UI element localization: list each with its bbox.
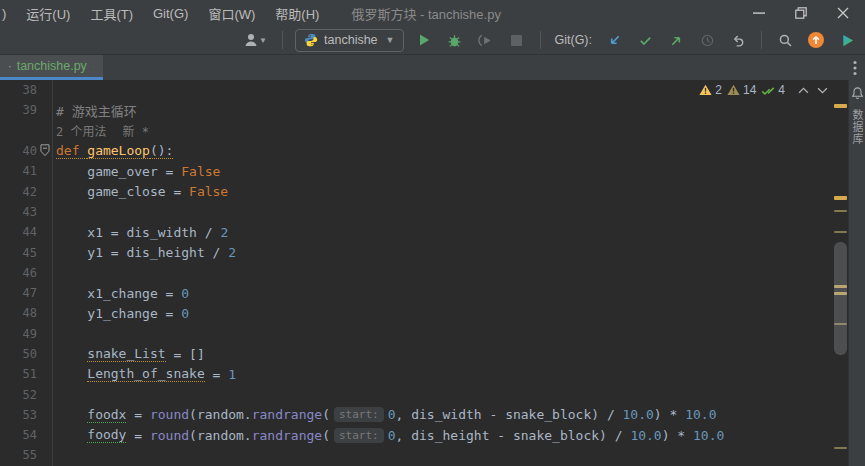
stripe-warning-mark[interactable] [834,104,847,108]
gutter-line-number[interactable]: 49 [0,324,52,344]
code-token: random. [197,407,252,422]
stripe-warning-mark[interactable] [834,210,847,212]
code-token: ) * [662,428,693,443]
debug-button[interactable] [444,29,466,51]
code-token: round [150,407,189,422]
fold-marker-icon[interactable] [40,144,50,157]
stripe-warning-mark[interactable] [834,231,847,233]
code-token: 10.0 [623,407,654,422]
gutter-line-number[interactable]: 52 [0,384,52,404]
menu-item[interactable]: 工具(T) [80,4,143,23]
code-token: 0 [388,428,396,443]
next-issue-icon[interactable] [817,87,828,94]
prev-issue-icon[interactable] [798,87,809,94]
usages-hint[interactable]: 2 个用法 [56,122,106,139]
code-token: y1_change = [56,306,181,321]
warning-icon [699,84,712,96]
gutter-line-number[interactable]: 45 [0,242,52,262]
gutter-line-number[interactable]: 42 [0,181,52,201]
restore-button[interactable] [793,5,809,21]
tab-options-icon[interactable] [853,55,857,80]
tab-tanchishe[interactable]: tanchishe.py [0,55,103,80]
run-configuration-select[interactable]: tanchishe ▼ [295,29,403,52]
chevron-down-icon: ▼ [386,35,395,45]
parameter-hint: start: [334,407,384,422]
rollback-icon[interactable] [727,29,749,51]
code-line [56,263,848,283]
gutter-line-number[interactable]: 50 [0,344,52,364]
update-available-icon[interactable] [805,29,827,51]
code-token: ) * [654,407,685,422]
gutter-line-number[interactable]: 54 [0,425,52,445]
gutter-line-number[interactable]: 43 [0,202,52,222]
run-button[interactable] [413,29,435,51]
weak-warning-icon [727,84,740,96]
menu-item[interactable]: 运行(U) [16,4,80,23]
code-token: = [126,407,149,422]
close-icon[interactable] [835,5,851,21]
typos-indicator[interactable]: 4 [761,83,785,97]
warnings-indicator[interactable]: 2 [699,83,722,97]
author-hint[interactable]: 新 * [122,122,148,139]
code-token [56,428,87,443]
search-everywhere-icon[interactable] [774,29,796,51]
code-token: y1 = dis_height / [56,245,228,260]
right-toolwindow-bar: 数据库 [848,80,865,466]
code-token: gameLoop [87,143,150,159]
menu-bar: 运行(U)工具(T)Git(G)窗口(W)帮助(H) [16,4,329,23]
menu-item[interactable]: 帮助(H) [265,4,329,23]
gutter-line-number[interactable]: 46 [0,263,52,283]
gutter-line-number[interactable]: 51 [0,364,52,384]
gutter-line-number[interactable]: 53 [0,405,52,425]
code-token: 10.0 [685,407,716,422]
typo-icon [761,85,775,96]
stripe-warning-mark[interactable] [834,196,847,200]
code-line: game_close = False [56,181,848,201]
menu-item[interactable]: Git(G) [143,6,198,21]
minimize-button[interactable] [751,5,767,21]
code-editor[interactable]: 383940414243444546474849505152535455 # 游… [0,80,848,466]
scrollbar-thumb[interactable] [834,242,847,355]
gutter-line-number[interactable] [0,121,52,141]
gutter-line-number[interactable]: 38 [0,80,52,100]
run-anything-icon[interactable] [836,29,858,51]
code-token: random. [197,428,252,443]
run-with-coverage-button[interactable] [475,29,497,51]
editor-gutter[interactable]: 383940414243444546474849505152535455 [0,80,53,466]
code-token: ( [189,407,197,422]
error-stripe-scrollbar[interactable] [833,80,848,466]
gutter-line-number[interactable]: 44 [0,222,52,242]
git-commit-icon[interactable] [634,29,656,51]
menu-item-partial[interactable]: ) [2,6,6,21]
gutter-line-number[interactable]: 48 [0,303,52,323]
code-area[interactable]: # 游戏主循环2 个用法新 *def gameLoop(): game_over… [53,80,848,466]
code-token: ( [189,428,197,443]
stop-button[interactable] [506,29,528,51]
code-token: ( [322,428,330,443]
tab-close-icon[interactable] [93,62,94,71]
code-token: 0 [181,306,189,321]
history-clock-icon[interactable] [696,29,718,51]
code-line [56,445,848,465]
code-line [56,202,848,222]
code-token: 10.0 [693,428,724,443]
code-token: x1 = dis_width / [56,225,220,240]
code-line: y1 = dis_height / 2 [56,242,848,262]
menu-item[interactable]: 窗口(W) [198,4,265,23]
code-line: def gameLoop(): [56,141,848,161]
gutter-line-number[interactable]: 41 [0,161,52,181]
git-push-icon[interactable] [665,29,687,51]
gutter-line-number[interactable]: 47 [0,283,52,303]
stripe-warning-mark[interactable] [834,447,847,449]
code-token: 1 [228,367,236,382]
inspections-widget[interactable]: 2 14 4 [699,83,828,97]
code-token: foody [87,427,126,443]
weak-warnings-indicator[interactable]: 14 [727,83,756,97]
gutter-line-number[interactable]: 39 [0,100,52,120]
notifications-bell-icon[interactable] [851,86,864,100]
code-line: 2 个用法新 * [56,121,848,141]
git-update-icon[interactable] [603,29,625,51]
toolwindow-database-button[interactable]: 数据库 [849,109,865,145]
user-account-icon[interactable]: ▼ [240,29,270,51]
gutter-line-number[interactable]: 55 [0,445,52,465]
